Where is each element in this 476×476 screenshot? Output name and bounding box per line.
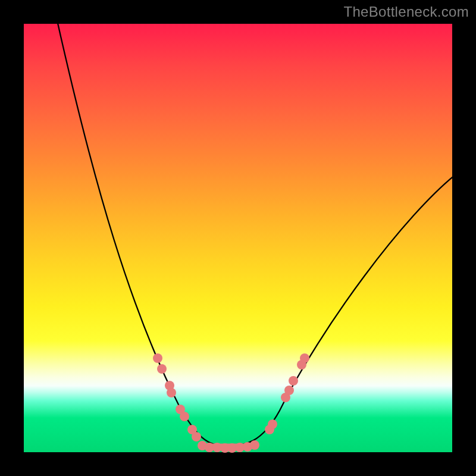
data-dot xyxy=(167,388,176,397)
data-dot xyxy=(284,386,294,395)
plot-area xyxy=(24,24,452,452)
data-dot xyxy=(268,419,277,429)
curve-svg xyxy=(24,24,452,452)
data-dot xyxy=(192,432,201,441)
data-dot xyxy=(250,440,259,450)
data-dot xyxy=(153,353,162,363)
data-dot xyxy=(289,376,298,386)
data-dot xyxy=(157,364,167,374)
data-dot xyxy=(300,353,309,363)
watermark-text: TheBottleneck.com xyxy=(343,4,469,20)
bottleneck-curve xyxy=(57,18,458,446)
data-dots xyxy=(153,353,309,453)
data-dot xyxy=(180,412,189,421)
chart-container: TheBottleneck.com xyxy=(0,0,476,476)
